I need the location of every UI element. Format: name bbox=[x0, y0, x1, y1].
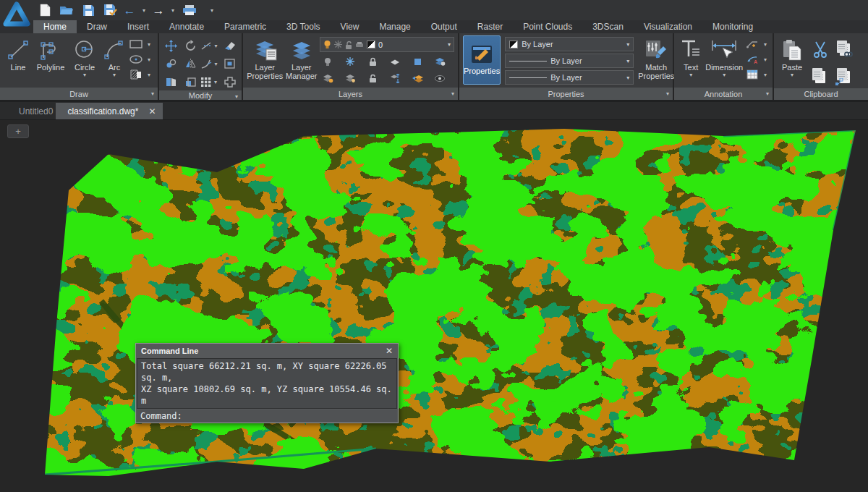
undo-dropdown-arrow[interactable]: ▾ bbox=[140, 7, 148, 14]
ribbon-tab-monitoring[interactable]: Monitoring bbox=[702, 20, 763, 33]
layer-thaw-all-button[interactable] bbox=[342, 72, 358, 85]
color-dropdown-arrow[interactable]: ▾ bbox=[626, 41, 629, 48]
layer-previous-button[interactable] bbox=[409, 72, 425, 85]
arc-button[interactable]: Arc ▾ bbox=[101, 35, 128, 78]
layer-lock-button[interactable] bbox=[365, 55, 380, 68]
panel-footer-modify[interactable]: Modify ▾ bbox=[159, 90, 242, 100]
layer-unlock-button[interactable] bbox=[365, 72, 380, 85]
ribbon-tab-draw[interactable]: Draw bbox=[77, 20, 117, 33]
layer-select[interactable]: 0 ▾ bbox=[320, 37, 454, 52]
polyline-button[interactable]: Polyline bbox=[33, 35, 69, 72]
layer-freeze-button[interactable] bbox=[342, 55, 358, 68]
text-button[interactable]: Text ▾ bbox=[678, 35, 704, 78]
redo-dropdown-arrow[interactable]: ▾ bbox=[169, 7, 176, 14]
draw-panel-expand-arrow[interactable]: ▾ bbox=[151, 90, 154, 97]
doc-tab-classification[interactable]: classification.dwg* ✕ bbox=[56, 103, 163, 119]
ribbon-tab-parametric[interactable]: Parametric bbox=[214, 20, 276, 33]
trim-dropdown-arrow[interactable]: ▾ bbox=[213, 43, 220, 49]
array-button[interactable]: ▾ bbox=[201, 73, 220, 90]
linetype-dropdown-arrow[interactable]: ▾ bbox=[626, 75, 629, 81]
properties-button[interactable]: Properties bbox=[463, 35, 501, 85]
command-input[interactable]: Command: bbox=[137, 410, 397, 422]
layer-isolate-button[interactable] bbox=[409, 55, 425, 68]
doc-tab-untitled[interactable]: Untitled0 bbox=[10, 103, 61, 119]
hatch-button[interactable] bbox=[128, 68, 144, 81]
ribbon-tab-point-clouds[interactable]: Point Clouds bbox=[513, 20, 582, 33]
rotate-button[interactable] bbox=[182, 37, 200, 54]
ribbon-tab-output[interactable]: Output bbox=[421, 20, 467, 33]
rectangle-button[interactable] bbox=[128, 38, 144, 51]
rectangle-dropdown-arrow[interactable]: ▾ bbox=[145, 41, 153, 48]
layer-visibility-button[interactable] bbox=[432, 72, 448, 85]
copy-button[interactable] bbox=[162, 55, 181, 72]
layer-manager-button[interactable]: Layer Manager bbox=[284, 35, 320, 80]
new-document-tab-button[interactable]: + bbox=[7, 124, 29, 138]
layer-on-all-button[interactable] bbox=[320, 72, 336, 85]
doc-tab-close-icon[interactable]: ✕ bbox=[148, 106, 156, 116]
ellipse-button[interactable] bbox=[128, 53, 144, 66]
qat-customize-arrow[interactable]: ▾ bbox=[208, 7, 216, 14]
layer-properties-button[interactable]: Layer Properties bbox=[247, 35, 284, 80]
drawing-canvas[interactable]: + Command Line ✕ Total square 66212.21 s… bbox=[0, 120, 868, 490]
ribbon-tab-raster[interactable]: Raster bbox=[467, 20, 513, 33]
ribbon-tab-insert[interactable]: Insert bbox=[117, 20, 159, 33]
undo-button[interactable]: ← bbox=[123, 2, 136, 18]
paste-dropdown-arrow[interactable]: ▾ bbox=[791, 72, 793, 78]
mirror-button[interactable] bbox=[182, 55, 200, 72]
circle-button[interactable]: Circle ▾ bbox=[69, 35, 101, 78]
ribbon-tab-3d-tools[interactable]: 3D Tools bbox=[276, 20, 330, 33]
ellipse-dropdown-arrow[interactable]: ▾ bbox=[145, 56, 153, 63]
copy-button-clipboard[interactable] bbox=[809, 65, 831, 88]
ribbon-tab-visualization[interactable]: Visualization bbox=[634, 20, 702, 33]
layer-walk-button[interactable] bbox=[432, 55, 448, 68]
ribbon-tab-view[interactable]: View bbox=[331, 20, 370, 33]
text-dropdown-arrow[interactable]: ▾ bbox=[689, 72, 692, 78]
array-dropdown-arrow[interactable]: ▾ bbox=[212, 79, 219, 85]
fillet-button[interactable]: ▾ bbox=[201, 55, 220, 72]
annotation-panel-expand-arrow[interactable]: ▾ bbox=[766, 90, 769, 97]
color-select[interactable]: By Layer ▾ bbox=[505, 37, 634, 51]
print-button[interactable] bbox=[181, 2, 198, 18]
multileader-button[interactable]: A bbox=[744, 53, 760, 66]
dimension-button[interactable]: Dimension ▾ bbox=[704, 35, 744, 78]
panel-footer-properties[interactable]: Properties ▾ bbox=[459, 88, 673, 100]
panel-footer-clipboard[interactable]: Clipboard bbox=[774, 88, 868, 100]
layer-match-button[interactable] bbox=[387, 72, 403, 85]
linetype-select[interactable]: By Layer ▾ bbox=[505, 70, 634, 85]
circle-dropdown-arrow[interactable]: ▾ bbox=[83, 72, 86, 78]
move-button[interactable] bbox=[162, 37, 181, 54]
redo-button[interactable]: → bbox=[152, 2, 165, 18]
layer-select-dropdown-arrow[interactable]: ▾ bbox=[448, 41, 451, 48]
cut-button[interactable] bbox=[809, 38, 831, 61]
stretch-button[interactable] bbox=[162, 73, 181, 90]
layer-make-current-button[interactable] bbox=[387, 55, 403, 68]
command-line-window[interactable]: Command Line ✕ Total square 66212.21 sq.… bbox=[135, 343, 399, 423]
app-logo-icon[interactable] bbox=[1, 0, 32, 30]
hatch-dropdown-arrow[interactable]: ▾ bbox=[145, 72, 153, 78]
lineweight-select[interactable]: By Layer ▾ bbox=[505, 54, 634, 68]
ribbon-tab-home[interactable]: Home bbox=[33, 20, 77, 33]
leader-dropdown-arrow[interactable]: ▾ bbox=[762, 41, 769, 48]
new-file-button[interactable] bbox=[36, 2, 54, 18]
trim-button[interactable]: ▾ bbox=[201, 37, 220, 54]
paste-button[interactable]: Paste ▾ bbox=[778, 35, 807, 78]
command-line-titlebar[interactable]: Command Line ✕ bbox=[136, 344, 398, 358]
erase-button[interactable] bbox=[221, 37, 239, 54]
explode-button[interactable] bbox=[221, 73, 239, 90]
open-file-button[interactable] bbox=[58, 2, 75, 18]
properties-panel-expand-arrow[interactable]: ▾ bbox=[666, 90, 669, 97]
layers-panel-expand-arrow[interactable]: ▾ bbox=[451, 90, 454, 97]
leader-button[interactable] bbox=[744, 38, 760, 51]
panel-footer-draw[interactable]: Draw ▾ bbox=[0, 88, 158, 100]
fillet-dropdown-arrow[interactable]: ▾ bbox=[213, 61, 220, 67]
table-button[interactable] bbox=[744, 68, 760, 81]
modify-panel-expand-arrow[interactable]: ▾ bbox=[235, 93, 238, 100]
lineweight-dropdown-arrow[interactable]: ▾ bbox=[626, 58, 629, 64]
copy-with-basepoint-button[interactable] bbox=[834, 38, 856, 61]
ribbon-tab-annotate[interactable]: Annotate bbox=[159, 20, 214, 33]
panel-footer-layers[interactable]: Layers ▾ bbox=[243, 88, 458, 100]
layer-off-button[interactable] bbox=[320, 55, 336, 68]
ribbon-tab-3dscan[interactable]: 3DScan bbox=[582, 20, 634, 33]
scale-button[interactable] bbox=[182, 73, 200, 90]
panel-footer-annotation[interactable]: Annotation ▾ bbox=[674, 88, 773, 100]
